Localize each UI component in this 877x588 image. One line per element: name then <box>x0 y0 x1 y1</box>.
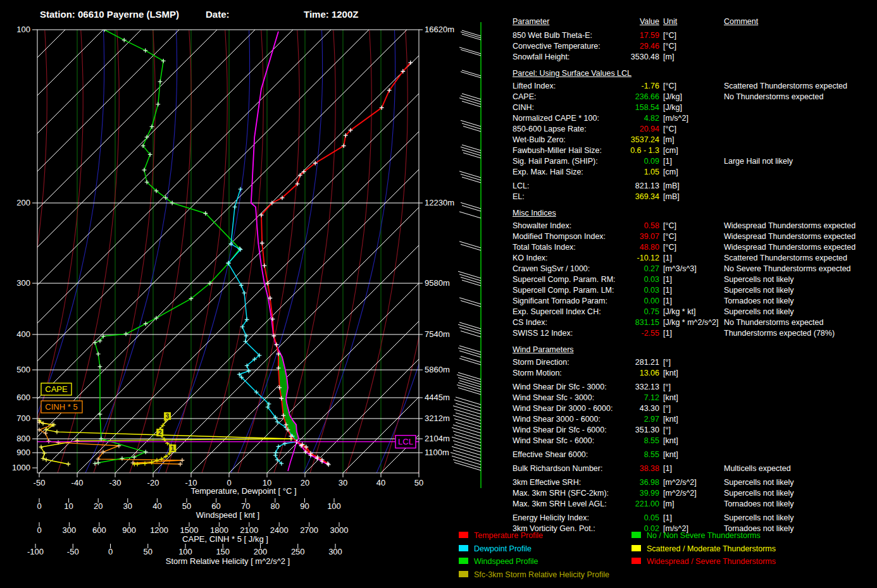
srh-axis: -100-50050100150200250300Storm Relative … <box>27 544 342 566</box>
section-title: Wind Parameters <box>513 345 877 357</box>
param-comment: Widespread Thunderstorms expected <box>724 242 877 253</box>
param-row: Max. 3km SRH (SFC-2km): 39.99 [m^2/s^2] … <box>513 488 877 499</box>
svg-text:-20: -20 <box>147 478 159 487</box>
param-label: Wind Shear Sfc - 3000: <box>513 393 614 403</box>
svg-text:40: 40 <box>152 501 161 511</box>
param-label: Convective Temperature: <box>513 41 614 52</box>
legend-item: Scattered / Moderate Thunderstorms <box>631 544 776 554</box>
param-row: Wind Shear Sfc - 6000: 8.55 [knt] <box>513 436 877 446</box>
param-row: Storm Direction: 281.21 [°] <box>513 357 877 368</box>
param-value: -10.12 <box>614 253 659 264</box>
param-label: Sig. Hail Param. (SHIP): <box>513 156 614 167</box>
param-value: 8.55 <box>614 450 659 460</box>
param-unit: [1] <box>663 285 724 296</box>
param-value: 0.03 <box>614 285 659 296</box>
param-label: Wind Shear Dir 3000 - 6000: <box>513 403 614 414</box>
param-unit: [°C] <box>663 221 724 231</box>
svg-text:1500: 1500 <box>180 525 199 535</box>
param-label: Craven SigSvr / 1000: <box>513 264 614 274</box>
param-label: LCL: <box>513 181 614 192</box>
svg-text:3000: 3000 <box>330 525 349 535</box>
param-value: 236.66 <box>614 92 659 102</box>
param-row: Bulk Richardson Number: 38.38 [1] Multic… <box>513 463 877 474</box>
legend-label: Scattered / Moderate Thunderstorms <box>647 544 776 553</box>
svg-text:-100: -100 <box>27 547 44 556</box>
section-title: Misc Indices <box>513 208 877 221</box>
table-header-row: Parameter Value Unit Comment <box>513 16 877 27</box>
param-value: 0.27 <box>614 264 659 274</box>
param-row: CINH: 158.54 [J/kg] <box>513 102 877 113</box>
svg-text:0: 0 <box>37 525 41 535</box>
legend-swatch <box>631 558 641 564</box>
param-comment <box>724 181 877 192</box>
svg-text:400: 400 <box>16 329 30 339</box>
col-unit: Unit <box>663 16 724 27</box>
svg-text:70: 70 <box>241 501 250 511</box>
param-unit: [1] <box>663 296 724 307</box>
param-unit: [knt] <box>663 368 724 379</box>
svg-text:Temperature, Dewpoint [ °C ]: Temperature, Dewpoint [ °C ] <box>190 486 296 496</box>
svg-text:30: 30 <box>339 478 347 487</box>
param-label: Wind Shear 3000 - 6000: <box>513 414 614 425</box>
param-label: Exp. Max. Hail Size: <box>513 167 614 178</box>
param-row: KO Index: -10.12 [1] Scattered Thunderst… <box>513 253 877 264</box>
col-value: Value <box>614 16 659 27</box>
svg-text:300: 300 <box>63 525 77 535</box>
svg-text:800: 800 <box>16 434 30 443</box>
param-value: 48.80 <box>614 242 659 253</box>
param-unit: [knt] <box>663 436 724 446</box>
param-comment: Thunderstorms expected (78%) <box>724 328 877 339</box>
param-row: Convective Temperature: 29.46 [°C] <box>513 41 877 52</box>
param-label: Significant Tornado Param: <box>513 296 614 307</box>
param-comment <box>724 436 877 446</box>
param-row: Exp. Max. Hail Size: 1.05 [cm] <box>513 167 877 178</box>
param-row: SWISS 12 Index: -2.55 [1] Thunderstorms … <box>513 328 877 339</box>
param-value: 39.07 <box>614 231 659 242</box>
param-value: -2.55 <box>614 328 659 339</box>
param-label: Wind Shear Sfc - 6000: <box>513 436 614 446</box>
param-comment <box>724 113 877 124</box>
legend-item: Widespread / Severe Thunderstorms <box>631 557 776 567</box>
legend-label: Widespread / Severe Thunderstorms <box>647 557 776 566</box>
cape-profile <box>37 418 294 466</box>
svg-text:2104m: 2104m <box>425 434 450 443</box>
param-label: Showalter Index: <box>513 221 614 231</box>
parameter-table: Parameter Value Unit Comment850 Wet Bulb… <box>513 16 877 534</box>
param-unit: [J/kg * kt] <box>663 307 724 317</box>
param-unit: [knt] <box>663 393 724 403</box>
param-comment <box>724 135 877 145</box>
param-unit: [°] <box>663 403 724 414</box>
param-comment: Widespread Thunderstorms expected <box>724 231 877 242</box>
legend-swatch <box>459 545 468 551</box>
param-comment <box>724 30 877 41</box>
param-unit: [m^2/s^2] <box>663 488 724 499</box>
param-value: 20.94 <box>614 124 659 135</box>
svg-text:10: 10 <box>64 501 73 511</box>
param-row: CS Index: 831.15 [J/kg * m^2/s^2] No Thu… <box>513 317 877 328</box>
param-row: 3km Effective SRH: 36.98 [m^2/s^2] Super… <box>513 477 877 488</box>
param-comment: Tornadoes not likely <box>724 296 877 307</box>
param-row: Wind Shear Dir 3000 - 6000: 43.30 [°] <box>513 403 877 414</box>
param-value: 7.12 <box>614 393 659 403</box>
svg-text:50: 50 <box>414 478 423 487</box>
svg-text:1000: 1000 <box>12 463 30 472</box>
param-row: CAPE: 236.66 [J/kg] No Thunderstorms exp… <box>513 92 877 102</box>
param-value: 8.55 <box>614 436 659 446</box>
param-row: 850-600 Lapse Rate: 20.94 [°C] <box>513 124 877 135</box>
param-comment: Supercells not likely <box>724 488 877 499</box>
col-comment: Comment <box>724 16 877 27</box>
param-unit: [1] <box>663 463 724 474</box>
param-unit: [°C] <box>663 81 724 92</box>
svg-text:7540m: 7540m <box>425 329 450 339</box>
legend-label: Sfc-3km Storm Relative Helicity Profile <box>474 570 609 579</box>
param-comment <box>724 167 877 178</box>
legend-item: No / Non Severe Thunderstorms <box>631 531 761 541</box>
svg-text:700: 700 <box>16 413 30 423</box>
param-value: 43.30 <box>614 403 659 414</box>
skewt-chart: 321LCLCAPECINH * 51002003004005006007008… <box>0 0 509 588</box>
param-row: Craven SigSvr / 1000: 0.27 [m^3/s^3] No … <box>513 264 877 274</box>
param-value: 13.06 <box>614 368 659 379</box>
param-comment: Scattered Thunderstorms expected <box>724 253 877 264</box>
param-label: Effective Shear 6000: <box>513 450 614 460</box>
cinh-box-label: CINH * 5 <box>41 401 82 413</box>
